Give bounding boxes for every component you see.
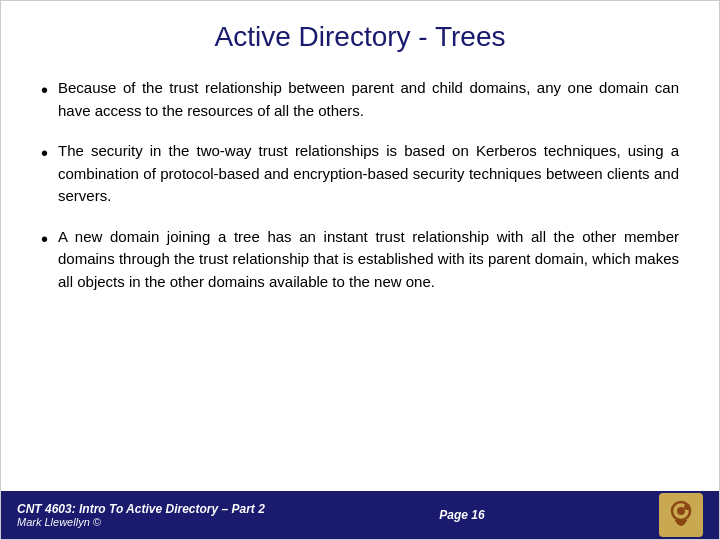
bullet-dot-3: • bbox=[41, 227, 48, 251]
bullet-dot-2: • bbox=[41, 141, 48, 165]
footer-page: Page 16 bbox=[439, 508, 484, 522]
slide-content: Active Directory - Trees • Because of th… bbox=[1, 1, 719, 491]
svg-point-3 bbox=[684, 504, 690, 510]
bullet-text-2: The security in the two-way trust relati… bbox=[58, 140, 679, 208]
slide-footer: CNT 4603: Intro To Active Directory – Pa… bbox=[1, 491, 719, 539]
footer-logo-icon bbox=[659, 493, 703, 537]
bullet-text-3: A new domain joining a tree has an insta… bbox=[58, 226, 679, 294]
bullet-list: • Because of the trust relationship betw… bbox=[41, 77, 679, 481]
svg-point-2 bbox=[677, 507, 685, 515]
footer-left: CNT 4603: Intro To Active Directory – Pa… bbox=[17, 502, 265, 528]
slide: Active Directory - Trees • Because of th… bbox=[0, 0, 720, 540]
bullet-dot-1: • bbox=[41, 78, 48, 102]
bullet-text-1: Because of the trust relationship betwee… bbox=[58, 77, 679, 122]
list-item: • A new domain joining a tree has an ins… bbox=[41, 226, 679, 294]
list-item: • The security in the two-way trust rela… bbox=[41, 140, 679, 208]
list-item: • Because of the trust relationship betw… bbox=[41, 77, 679, 122]
footer-course: CNT 4603: Intro To Active Directory – Pa… bbox=[17, 502, 265, 516]
footer-author: Mark Llewellyn © bbox=[17, 516, 265, 528]
slide-title: Active Directory - Trees bbox=[41, 21, 679, 53]
